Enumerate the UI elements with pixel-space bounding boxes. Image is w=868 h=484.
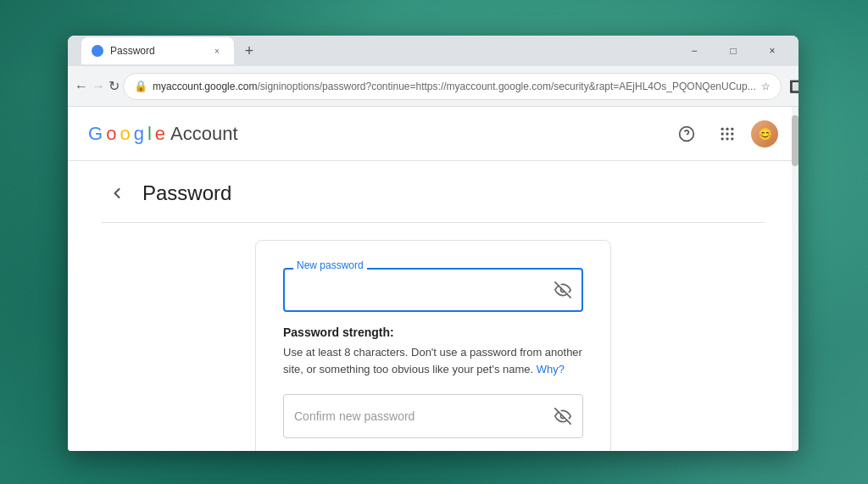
scrollbar-thumb[interactable] (792, 115, 798, 166)
logo-letter-l: l (147, 123, 152, 145)
help-button[interactable] (670, 117, 704, 151)
scrollbar-track (792, 107, 798, 451)
address-bar: ← → ↻ 🔒 myaccount.google.com/signinoptio… (68, 66, 798, 107)
why-link[interactable]: Why? (537, 363, 565, 376)
svg-point-3 (726, 127, 728, 130)
svg-point-4 (731, 127, 733, 130)
strength-description: Use at least 8 characters. Don't use a p… (283, 344, 583, 377)
password-strength-section: Password strength: Use at least 8 charac… (283, 325, 583, 377)
active-tab[interactable]: Password × (81, 37, 234, 64)
url-path: /signinoptions/password?continue=https:/… (257, 81, 755, 92)
tab-close-button[interactable]: × (210, 44, 224, 58)
header-icons: 😊 (670, 117, 778, 151)
minimize-button[interactable]: − (675, 36, 714, 66)
back-nav-button[interactable]: ← (75, 73, 88, 100)
url-bar[interactable]: 🔒 myaccount.google.com/signinoptions/pas… (123, 73, 782, 100)
url-domain: myaccount.google.com (153, 81, 257, 92)
close-button[interactable]: × (753, 36, 792, 66)
new-password-input[interactable] (283, 268, 583, 312)
logo-letter-g1: G (88, 123, 103, 145)
bookmark-icon[interactable]: ☆ (761, 81, 771, 92)
tab-bar: Password × + (75, 36, 675, 66)
confirm-password-field-wrapper (283, 394, 583, 438)
confirm-password-input[interactable] (283, 394, 583, 438)
page-title: Password (142, 181, 231, 205)
apps-button[interactable] (710, 117, 744, 151)
new-password-visibility-toggle[interactable] (553, 280, 573, 300)
window-controls: − □ × (675, 36, 792, 66)
logo-letter-e: e (155, 123, 165, 145)
title-bar: Password × + − □ × (68, 36, 798, 66)
svg-point-8 (721, 137, 724, 140)
logo-letter-o2: o (120, 123, 130, 145)
header-divider (102, 222, 765, 223)
confirm-password-visibility-toggle[interactable] (553, 406, 573, 426)
forward-nav-button: → (92, 73, 105, 100)
tab-favicon (92, 45, 103, 57)
google-account-logo: Google Account (88, 123, 238, 145)
svg-point-10 (731, 137, 733, 140)
page-content: Google Account (68, 107, 798, 451)
account-text: Account (170, 123, 238, 145)
main-content: Password New password (68, 161, 798, 451)
lock-icon: 🔒 (134, 80, 147, 92)
back-navigation: Password (102, 178, 765, 209)
svg-point-6 (726, 132, 728, 135)
logo-letter-o1: o (106, 123, 116, 145)
maximize-button[interactable]: □ (714, 36, 753, 66)
new-tab-button[interactable]: + (237, 39, 261, 63)
toolbar-icons: 🔲 ⬛ 👤 👤 ⋮ (785, 75, 798, 98)
svg-point-7 (731, 132, 733, 135)
new-password-label: New password (293, 259, 367, 271)
browser-window: Password × + − □ × ← → ↻ 🔒 myaccount.goo… (68, 36, 798, 451)
url-text: myaccount.google.com/signinoptions/passw… (153, 81, 756, 92)
logo-letter-g2: g (134, 123, 144, 145)
svg-point-5 (721, 132, 724, 135)
svg-point-9 (726, 137, 728, 140)
strength-title: Password strength: (283, 325, 583, 339)
account-avatar[interactable]: 😊 (751, 120, 778, 147)
google-account-header: Google Account (68, 107, 798, 161)
tab-title: Password (110, 45, 203, 57)
reload-nav-button[interactable]: ↻ (108, 73, 120, 100)
svg-point-2 (721, 127, 724, 130)
new-password-field-wrapper: New password (283, 268, 583, 312)
extension-icon-1[interactable]: 🔲 (785, 75, 798, 98)
back-button[interactable] (102, 178, 132, 209)
avatar-image: 😊 (758, 127, 772, 141)
password-form-card: New password Password strength: Use at l… (255, 240, 611, 451)
